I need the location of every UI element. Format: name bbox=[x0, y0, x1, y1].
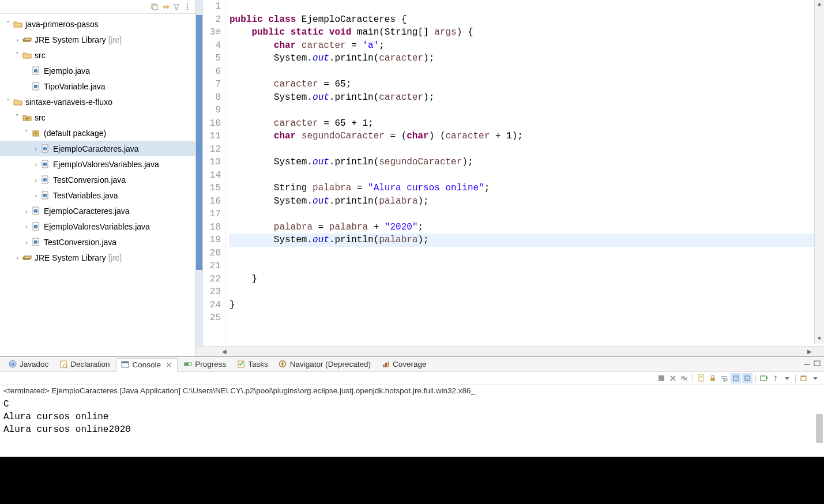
link-editor-icon[interactable] bbox=[161, 2, 170, 12]
code-line[interactable]: System.out.println(segundoCaracter); bbox=[229, 156, 824, 169]
twisty-icon[interactable]: › bbox=[13, 254, 22, 261]
tree-item[interactable]: ˅(default package) bbox=[0, 125, 195, 141]
project-tree[interactable]: ˅java-primeros-pasos›JRE System Library[… bbox=[0, 14, 195, 356]
code-line[interactable]: System.out.println(palabra); bbox=[229, 234, 824, 247]
show-on-out-icon[interactable] bbox=[731, 373, 741, 383]
code-line[interactable]: public static void main(String[] args) { bbox=[229, 26, 824, 39]
vertical-scrollbar[interactable]: ▲ ▼ bbox=[814, 0, 824, 344]
scroll-up-icon[interactable]: ▲ bbox=[815, 0, 824, 10]
code-line[interactable]: System.out.println(caracter); bbox=[229, 91, 824, 104]
tree-item[interactable]: ˅java-primeros-pasos bbox=[0, 16, 195, 32]
scroll-lock-icon[interactable] bbox=[708, 373, 718, 383]
scroll-right-icon[interactable]: ▶ bbox=[804, 347, 814, 356]
code-area[interactable]: public class EjemploCaracteres { public … bbox=[226, 0, 824, 346]
line-number: 24 bbox=[203, 299, 221, 312]
code-line[interactable] bbox=[229, 285, 824, 299]
tree-item[interactable]: JTipoVariable.java bbox=[0, 78, 195, 94]
svg-rect-54 bbox=[804, 364, 810, 365]
code-line[interactable] bbox=[229, 143, 824, 156]
open-console-icon[interactable] bbox=[759, 373, 769, 383]
tree-item[interactable]: ›JEjemploValoresVariables.java bbox=[0, 156, 195, 172]
new-console-icon[interactable] bbox=[799, 373, 809, 383]
maximize-view-icon[interactable] bbox=[812, 359, 822, 368]
scroll-down-icon[interactable]: ▼ bbox=[815, 334, 824, 344]
code-line[interactable]: caracter = 65; bbox=[229, 78, 824, 91]
code-line[interactable] bbox=[229, 169, 824, 182]
svg-text:J: J bbox=[44, 163, 46, 166]
twisty-icon[interactable]: › bbox=[13, 36, 22, 43]
tree-item[interactable]: ›JEjemploCaracteres.java bbox=[0, 203, 195, 219]
console-scroll-thumb[interactable] bbox=[816, 414, 823, 443]
tab-declaration[interactable]: Declaration bbox=[54, 358, 114, 371]
twisty-icon[interactable]: › bbox=[31, 145, 40, 152]
tab-javadoc[interactable]: @Javadoc bbox=[3, 358, 53, 371]
new-console-dropdown-icon[interactable] bbox=[810, 373, 821, 383]
code-line[interactable] bbox=[229, 208, 824, 221]
twisty-icon[interactable]: ˅ bbox=[3, 98, 13, 106]
code-line[interactable]: System.out.println(palabra); bbox=[229, 195, 824, 208]
tab-coverage[interactable]: Coverage bbox=[377, 358, 431, 371]
remove-launch-icon[interactable] bbox=[668, 373, 678, 383]
twisty-icon[interactable]: › bbox=[22, 239, 31, 246]
code-line[interactable]: char segundoCaracter = (char) (caracter … bbox=[229, 130, 824, 143]
twisty-icon[interactable]: › bbox=[31, 161, 40, 168]
terminate-icon[interactable] bbox=[656, 373, 667, 383]
tree-item[interactable]: ›JTestConversion.java bbox=[0, 234, 195, 250]
close-icon[interactable]: ✕ bbox=[165, 360, 172, 370]
tree-item-label: TipoVariable.java bbox=[44, 82, 106, 91]
code-line[interactable] bbox=[229, 0, 824, 13]
code-line[interactable]: public class EjemploCaracteres { bbox=[229, 13, 824, 27]
display-dropdown-icon[interactable] bbox=[782, 373, 792, 383]
tab-console[interactable]: Console✕ bbox=[116, 358, 178, 372]
code-line[interactable] bbox=[229, 65, 824, 78]
code-line[interactable]: caracter = 65 + 1; bbox=[229, 117, 824, 130]
twisty-icon[interactable]: › bbox=[22, 208, 31, 215]
twisty-icon[interactable]: ˅ bbox=[3, 20, 13, 28]
console-output[interactable]: CAlura cursos onlineAlura cursos online2… bbox=[0, 397, 824, 457]
tree-item[interactable]: ›JRE System Library[jre] bbox=[0, 32, 195, 47]
code-line[interactable]: } bbox=[229, 273, 824, 286]
tree-item[interactable]: ˅src bbox=[0, 110, 195, 125]
scroll-left-icon[interactable]: ◀ bbox=[219, 347, 229, 356]
code-line[interactable]: palabra = palabra + "2020"; bbox=[229, 221, 824, 234]
view-menu-icon[interactable] bbox=[183, 2, 192, 12]
code-line[interactable]: System.out.println(caracter); bbox=[229, 52, 824, 65]
tree-item[interactable]: ˅src bbox=[0, 47, 195, 63]
tree-item[interactable]: ˅sintaxe-variaveis-e-fluxo bbox=[0, 94, 195, 110]
show-on-err-icon[interactable] bbox=[742, 373, 752, 383]
code-line[interactable] bbox=[229, 104, 824, 117]
tasks-icon bbox=[236, 360, 246, 369]
twisty-icon[interactable]: › bbox=[22, 223, 31, 230]
collapse-all-icon[interactable] bbox=[150, 2, 159, 12]
twisty-icon[interactable]: ˅ bbox=[13, 51, 22, 59]
folder-icon bbox=[22, 50, 32, 61]
twisty-icon[interactable]: › bbox=[31, 176, 40, 183]
twisty-icon[interactable]: ˅ bbox=[22, 129, 31, 137]
tree-item[interactable]: ›JEjemploCaracteres.java bbox=[0, 141, 195, 156]
tree-item-label: (default package) bbox=[44, 129, 106, 138]
minimize-view-icon[interactable] bbox=[802, 359, 811, 368]
horizontal-scrollbar[interactable]: ◀ ▶ bbox=[196, 346, 824, 356]
code-line[interactable]: String palabra = "Alura cursos online"; bbox=[229, 182, 824, 195]
tab-navigator-deprecated-[interactable]: Navigator (Deprecated) bbox=[274, 358, 375, 371]
word-wrap-icon[interactable] bbox=[719, 373, 729, 383]
tab-tasks[interactable]: Tasks bbox=[232, 358, 273, 371]
svg-point-3 bbox=[187, 6, 189, 7]
twisty-icon[interactable]: › bbox=[31, 192, 40, 199]
code-line[interactable]: } bbox=[229, 299, 824, 312]
tree-item[interactable]: ›JRE System Library[jre] bbox=[0, 250, 195, 265]
filter-icon[interactable] bbox=[172, 2, 181, 12]
tree-item[interactable]: ›JTestVariables.java bbox=[0, 187, 195, 203]
twisty-icon[interactable]: ˅ bbox=[13, 114, 22, 121]
tab-progress[interactable]: Progress bbox=[179, 358, 231, 371]
tree-item[interactable]: ›JTestConversion.java bbox=[0, 172, 195, 187]
remove-all-icon[interactable] bbox=[679, 373, 690, 383]
code-line[interactable] bbox=[229, 247, 824, 260]
tree-item[interactable]: JEjemplo.java bbox=[0, 63, 195, 78]
code-line[interactable] bbox=[229, 259, 824, 273]
tree-item[interactable]: ›JEjemploValoresVariables.java bbox=[0, 219, 195, 234]
clear-console-icon[interactable] bbox=[696, 373, 706, 383]
code-line[interactable]: char caracter = 'a'; bbox=[229, 39, 824, 52]
code-line[interactable] bbox=[229, 311, 824, 325]
pin-console-icon[interactable] bbox=[770, 373, 781, 383]
